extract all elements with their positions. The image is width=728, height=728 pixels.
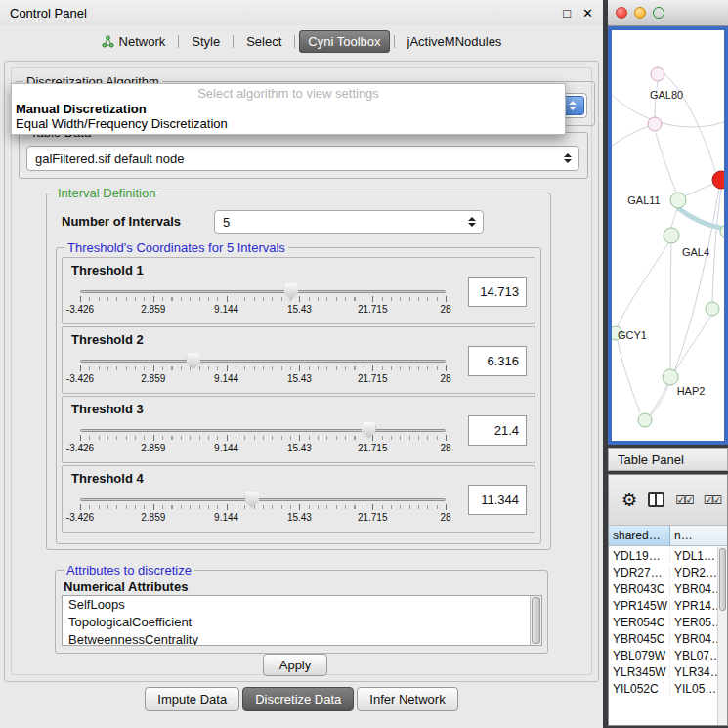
table-scrollbar[interactable] bbox=[717, 547, 727, 725]
float-window-icon[interactable]: □ bbox=[563, 7, 571, 20]
table-cell[interactable]: YIL05… bbox=[670, 682, 717, 696]
network-canvas[interactable]: GAL80GAL11GAL4GCY1HAP2 bbox=[608, 26, 728, 445]
table-row[interactable]: YLR345WYLR34… bbox=[609, 664, 717, 680]
slider-track[interactable] bbox=[80, 429, 446, 432]
network-node[interactable] bbox=[664, 228, 679, 243]
scrollbar-thumb[interactable] bbox=[719, 548, 726, 611]
table-cell[interactable]: YBR045C bbox=[609, 632, 670, 646]
table-cell[interactable]: YPR145W bbox=[609, 599, 670, 613]
tab-cyni-toolbox[interactable]: Cyni Toolbox bbox=[299, 30, 389, 53]
threshold-slider[interactable]: -3.4262.8599.14415.4321.71528 bbox=[72, 420, 453, 461]
table-cell[interactable]: YDR27… bbox=[609, 566, 670, 579]
number-of-intervals-select[interactable]: 5 bbox=[214, 210, 484, 234]
network-edge[interactable] bbox=[612, 124, 655, 148]
tab-jactivemnodules[interactable]: jActiveMNodules bbox=[399, 30, 511, 53]
threshold-value-field[interactable]: 11.344 bbox=[468, 485, 527, 515]
list-item-topologicalcoefficient[interactable]: TopologicalCoefficient bbox=[63, 614, 541, 631]
network-edge[interactable] bbox=[675, 317, 710, 371]
slider-track[interactable] bbox=[80, 498, 446, 501]
table-cell[interactable]: YDL1… bbox=[670, 549, 717, 563]
slider-major-tick bbox=[153, 365, 154, 371]
table-cell[interactable]: YBR04… bbox=[670, 582, 717, 596]
network-edge[interactable] bbox=[684, 184, 713, 196]
list-item-selfloops[interactable]: SelfLoops bbox=[63, 596, 541, 614]
network-edge[interactable] bbox=[671, 208, 677, 228]
network-edge[interactable] bbox=[670, 243, 671, 369]
network-node[interactable] bbox=[638, 413, 652, 427]
table-cell[interactable]: YBR04… bbox=[670, 632, 717, 646]
tab-impute-data[interactable]: Impute Data bbox=[145, 687, 239, 711]
close-icon[interactable]: ✕ bbox=[582, 7, 593, 20]
table-cell[interactable]: YBL079W bbox=[609, 649, 670, 663]
slider-major-tick bbox=[153, 435, 154, 441]
menu-item-manual-discretization[interactable]: Manual Discretization bbox=[12, 102, 565, 116]
column-header-shared-name[interactable]: shared… bbox=[609, 526, 670, 545]
tab-network[interactable]: Network bbox=[93, 30, 175, 53]
threshold-slider[interactable]: -3.4262.8599.14415.4321.71528 bbox=[72, 351, 453, 392]
network-edge[interactable] bbox=[651, 188, 719, 415]
threshold-value-field[interactable]: 21.4 bbox=[468, 415, 527, 446]
tab-style[interactable]: Style bbox=[183, 30, 229, 53]
threshold-slider[interactable]: -3.4262.8599.14415.4321.71528 bbox=[72, 490, 453, 531]
network-edge[interactable] bbox=[618, 341, 640, 413]
zoom-traffic-light-icon[interactable] bbox=[653, 7, 664, 19]
table-cell[interactable]: YBL07… bbox=[670, 649, 717, 663]
select-all-checkboxes-icon[interactable]: ☑☑ bbox=[675, 493, 693, 507]
table-cell[interactable]: YDR2… bbox=[670, 566, 717, 579]
column-header-name[interactable]: n… bbox=[670, 526, 727, 545]
network-node-label: GAL4 bbox=[682, 246, 709, 258]
table-cell[interactable]: YER05… bbox=[670, 616, 717, 629]
table-cell[interactable]: YPR14… bbox=[670, 599, 717, 613]
threshold-slider[interactable]: -3.4262.8599.14415.4321.71528 bbox=[72, 281, 453, 322]
table-row[interactable]: YBR043CYBR04… bbox=[609, 580, 717, 597]
list-item-betweennesscentrality[interactable]: BetweennessCentrality bbox=[63, 631, 541, 646]
table-cell[interactable]: YER054C bbox=[609, 616, 670, 629]
table-cell[interactable]: YLR34… bbox=[670, 665, 717, 679]
network-edge[interactable] bbox=[650, 385, 667, 415]
table-row[interactable]: YDR27…YDR2… bbox=[609, 564, 717, 580]
network-node[interactable] bbox=[706, 302, 719, 316]
threshold-value-field[interactable]: 14.713 bbox=[468, 277, 527, 307]
table-row[interactable]: YDL19…YDL1… bbox=[609, 547, 717, 564]
network-window-titlebar[interactable] bbox=[608, 0, 728, 26]
network-node[interactable] bbox=[648, 117, 662, 131]
table-cell[interactable]: YDL19… bbox=[609, 549, 670, 563]
network-edge[interactable] bbox=[712, 189, 721, 302]
table-row[interactable]: YPR145WYPR14… bbox=[609, 597, 717, 614]
table-row[interactable]: YIL052CYIL05… bbox=[609, 680, 717, 697]
network-node[interactable] bbox=[651, 67, 664, 81]
menu-item-equal-width-frequency-discretization[interactable]: Equal Width/Frequency Discretization bbox=[12, 116, 565, 131]
tab-label: Style bbox=[192, 34, 220, 49]
network-edge[interactable] bbox=[656, 133, 676, 193]
close-traffic-light-icon[interactable] bbox=[616, 7, 627, 19]
network-svg[interactable]: GAL80GAL11GAL4GCY1HAP2 bbox=[612, 30, 724, 441]
table-row[interactable]: YER054CYER05… bbox=[609, 614, 717, 630]
slider-major-tick bbox=[80, 296, 81, 302]
apply-button[interactable]: Apply bbox=[263, 654, 327, 676]
column-selector-icon[interactable] bbox=[648, 492, 664, 507]
minimize-traffic-light-icon[interactable] bbox=[634, 7, 646, 19]
gear-icon[interactable]: ⚙ bbox=[621, 492, 637, 509]
tab-select[interactable]: Select bbox=[237, 30, 290, 53]
threshold-value-field[interactable]: 6.316 bbox=[468, 346, 527, 376]
attributes-scrollbar[interactable] bbox=[530, 596, 541, 645]
slider-track[interactable] bbox=[80, 290, 446, 293]
clear-checkboxes-icon[interactable]: ☑☑ bbox=[704, 493, 721, 507]
table-cell[interactable]: YLR345W bbox=[609, 665, 670, 679]
tab-infer-network[interactable]: Infer Network bbox=[357, 687, 457, 711]
table-row[interactable]: YBL079WYBL07… bbox=[609, 647, 717, 664]
network-node[interactable] bbox=[663, 369, 678, 385]
table-cell[interactable]: YBR043C bbox=[609, 582, 670, 596]
table-cell[interactable]: YIL052C bbox=[609, 682, 670, 696]
number-of-intervals-value: 5 bbox=[215, 215, 461, 230]
slider-scale-label: 9.144 bbox=[214, 443, 238, 453]
slider-track[interactable] bbox=[80, 360, 446, 363]
scrollbar-thumb[interactable] bbox=[532, 597, 540, 644]
network-node[interactable] bbox=[712, 171, 724, 189]
tab-discretize-data[interactable]: Discretize Data bbox=[242, 687, 354, 711]
network-node[interactable] bbox=[670, 193, 686, 208]
table-data-select[interactable]: galFiltered.sif default node bbox=[26, 146, 579, 171]
number-of-intervals-label: Number of Intervals bbox=[62, 214, 181, 229]
network-edge[interactable] bbox=[618, 243, 668, 326]
table-row[interactable]: YBR045CYBR04… bbox=[609, 630, 717, 647]
